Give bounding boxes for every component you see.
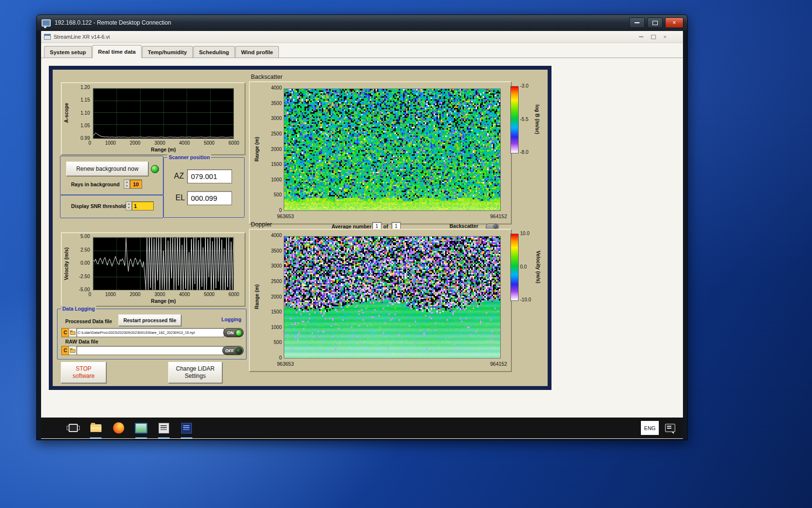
velocity-y-axis-label: Velocity (m/s) xyxy=(63,238,69,290)
rdp-minimize-button[interactable] xyxy=(629,17,645,28)
raw-browse-folder-icon[interactable] xyxy=(69,346,77,355)
processed-logging-toggle[interactable]: ON xyxy=(223,328,244,337)
app-restore-button[interactable] xyxy=(651,35,656,39)
stop-software-line1: STOP xyxy=(76,365,91,373)
main-panel-frame: A-scope 1.201.151.101.050.99 01000200030… xyxy=(49,66,551,390)
processed-path-field[interactable]: C:\Lidar\Data\Proc\2023\202309\20230913\… xyxy=(76,328,224,337)
firefox-button[interactable] xyxy=(112,418,125,438)
notification-chat-icon[interactable] xyxy=(665,424,675,432)
maximize-icon xyxy=(652,21,658,25)
az-value-field[interactable]: 079.001 xyxy=(187,169,232,183)
rdp-maximize-button[interactable] xyxy=(647,17,663,28)
rdp-close-button[interactable]: × xyxy=(665,17,683,28)
scanner-position-title: Scanner position xyxy=(167,154,211,160)
el-label: EL xyxy=(175,194,185,202)
firefox-icon xyxy=(113,422,124,433)
app-titlebar[interactable]: StreamLine XR v14-6.vi × xyxy=(41,31,683,43)
tab-system-setup[interactable]: System setup xyxy=(44,46,92,58)
rays-value-field[interactable]: 10 xyxy=(130,179,142,189)
app-window-button[interactable] xyxy=(180,418,193,438)
backscatter-y-axis-label: Range (m) xyxy=(254,120,260,178)
app-window-icon xyxy=(181,423,192,433)
velocity-plot xyxy=(93,237,234,290)
backscatter-y-ticks: 40003500300025002000150010005000 xyxy=(262,86,282,213)
logging-label: Logging xyxy=(221,316,241,322)
raw-drive-selector[interactable]: C xyxy=(61,346,69,355)
app-icon xyxy=(44,34,51,40)
velocity-x-axis-label: Range (m) xyxy=(93,298,234,304)
ascope-x-ticks: 0100020003000400050006000 xyxy=(88,141,239,146)
backscatter-plot-box: Range (m) 400035003000250020001500100050… xyxy=(249,81,512,224)
rays-in-background-label: Rays in background xyxy=(71,181,119,187)
change-settings-line2: Settings xyxy=(185,373,205,380)
raw-logging-toggle[interactable]: OFF xyxy=(222,346,244,355)
backscatter-toggle-label: Backscatter xyxy=(450,223,478,229)
language-indicator[interactable]: ENG xyxy=(641,421,659,435)
app-close-button[interactable]: × xyxy=(664,34,667,40)
restart-processed-file-button[interactable]: Restart processed file xyxy=(118,314,181,326)
task-view-icon xyxy=(69,424,78,432)
data-logging-title: Data Logging xyxy=(61,306,96,312)
processed-data-file-label: Processed Data file xyxy=(65,318,112,324)
stop-software-line2: software xyxy=(72,373,94,380)
tab-scheduling[interactable]: Scheduling xyxy=(193,46,235,58)
el-value-field[interactable]: 000.099 xyxy=(187,191,232,205)
instrument-panel: A-scope 1.201.151.101.050.99 01000200030… xyxy=(53,70,548,386)
ascope-y-axis-label: A-scope xyxy=(63,87,69,138)
remote-session: StreamLine XR v14-6.vi × System setup Re… xyxy=(41,31,683,439)
ascope-x-axis-label: Range (m) xyxy=(93,147,234,152)
doppler-colorbar-ticks: 10.00.0-10.0 xyxy=(520,231,536,302)
az-label: AZ xyxy=(174,172,184,180)
ascope-plot xyxy=(93,88,234,139)
raw-toggle-knob-icon xyxy=(235,347,242,354)
doppler-colorbar xyxy=(510,234,519,301)
backscatter-colorbar-label: log B (/m/sr) xyxy=(535,86,540,152)
doppler-section-title: Doppler xyxy=(251,221,272,228)
remote-desktop-icon xyxy=(42,19,51,27)
tab-real-time-data[interactable]: Real time data xyxy=(92,45,142,58)
doppler-x-end: 964152 xyxy=(490,361,507,367)
background-led-indicator xyxy=(151,165,159,173)
snr-threshold-group: Display SNR threshold ▲▼ 1 xyxy=(60,195,163,218)
velocity-plot-box: Velocity (m/s) 5.002.500.00-2.50-5.00 01… xyxy=(61,232,246,307)
task-view-button[interactable] xyxy=(66,418,80,438)
doppler-colorbar-label: Velocity (m/s) xyxy=(536,234,541,300)
renew-background-button[interactable]: Renew background now xyxy=(66,162,148,176)
processed-toggle-knob-icon xyxy=(235,329,242,336)
scan-scheduler-icon xyxy=(159,423,169,433)
backscatter-colorbar xyxy=(510,86,519,153)
snr-value-field[interactable]: 1 xyxy=(131,201,154,210)
doppler-heatmap xyxy=(284,236,501,359)
raw-path-field[interactable] xyxy=(76,346,224,355)
change-lidar-settings-button[interactable]: Change LiDAR Settings xyxy=(168,362,222,383)
velocity-y-ticks: 5.002.500.00-2.50-5.00 xyxy=(71,234,90,292)
app-minimize-button[interactable] xyxy=(639,36,643,37)
backscatter-section-title: Backscatter xyxy=(251,74,282,80)
stop-software-button[interactable]: STOP software xyxy=(61,362,106,383)
file-explorer-icon xyxy=(90,424,102,432)
data-logging-group: Data Logging Processed Data file Restart… xyxy=(57,309,246,359)
backscatter-x-start: 963653 xyxy=(277,213,294,219)
ascope-plot-box: A-scope 1.201.151.101.050.99 01000200030… xyxy=(61,82,246,155)
processed-browse-folder-icon[interactable] xyxy=(69,328,77,337)
scan-scheduler-button[interactable] xyxy=(157,418,171,438)
tab-temp-humidity[interactable]: Temp/humidity xyxy=(142,46,193,58)
raw-data-file-label: RAW Data file xyxy=(65,339,98,344)
tab-bar: System setup Real time data Temp/humidit… xyxy=(41,46,683,58)
ascope-y-ticks: 1.201.151.101.050.99 xyxy=(71,85,90,141)
raw-toggle-state: OFF xyxy=(225,348,234,353)
file-explorer-button[interactable] xyxy=(89,418,102,438)
display-app-button[interactable] xyxy=(134,418,148,438)
snr-threshold-label: Display SNR threshold xyxy=(71,203,126,209)
rdp-titlebar[interactable]: 192.168.0.122 - Remote Desktop Connectio… xyxy=(37,15,687,30)
processed-drive-selector[interactable]: C xyxy=(61,328,69,337)
doppler-y-axis-label: Range (m) xyxy=(254,268,260,326)
tab-wind-profile[interactable]: Wind profile xyxy=(235,46,279,58)
app-title: StreamLine XR v14-6.vi xyxy=(54,34,110,40)
backscatter-x-end: 964152 xyxy=(490,213,507,219)
taskbar: ENG xyxy=(41,418,683,438)
backscatter-heatmap xyxy=(284,89,501,211)
rdp-window: 192.168.0.122 - Remote Desktop Connectio… xyxy=(36,15,688,440)
background-controls-group: Renew background now Rays in background … xyxy=(60,156,163,195)
change-settings-line1: Change LiDAR xyxy=(176,365,215,373)
